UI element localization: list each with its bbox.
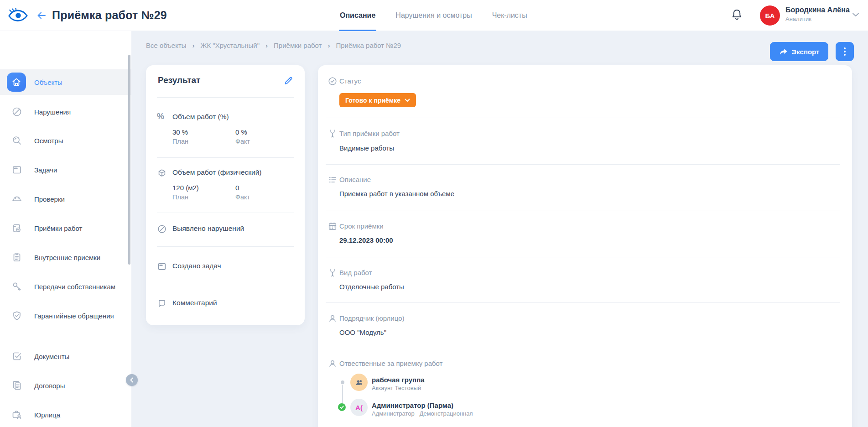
breadcrumb-acceptances[interactable]: Приёмки работ bbox=[274, 42, 322, 49]
user-avatar[interactable]: БА bbox=[760, 5, 780, 26]
sidebar-divider bbox=[0, 336, 131, 336]
divider bbox=[326, 210, 840, 210]
calendar-icon bbox=[327, 221, 338, 231]
sidebar-item-violations[interactable]: Нарушения bbox=[0, 99, 131, 125]
check-circle-icon bbox=[327, 76, 338, 86]
result-card: Результат % Объем работ (%) 30 % План 0 … bbox=[146, 65, 305, 325]
status-label: Статус bbox=[339, 77, 361, 85]
fact-value: 0 bbox=[235, 184, 239, 192]
page-title: Приёмка работ №29 bbox=[52, 9, 167, 22]
sidebar-item-label: Передачи собственникам bbox=[34, 283, 115, 291]
result-section-label: Создано задач bbox=[172, 262, 221, 270]
sidebar-item-internal-acceptances[interactable]: Внутренние приемки bbox=[0, 245, 131, 270]
field-value: 29.12.2023 00:00 bbox=[339, 236, 393, 244]
shield-check-icon bbox=[11, 310, 22, 321]
fact-caption: Факт bbox=[235, 138, 250, 145]
tab-description[interactable]: Описание bbox=[340, 0, 375, 31]
group-avatar[interactable] bbox=[350, 374, 368, 391]
sidebar-item-owner-transfers[interactable]: Передачи собственникам bbox=[0, 274, 131, 299]
tab-checklists[interactable]: Чек-листы bbox=[492, 0, 527, 31]
breadcrumb-separator: › bbox=[192, 42, 195, 49]
bell-icon[interactable] bbox=[731, 8, 743, 22]
divider bbox=[157, 157, 294, 158]
plan-value: 30 % bbox=[172, 128, 188, 136]
pencil-icon[interactable] bbox=[284, 75, 294, 85]
fact-caption: Факт bbox=[235, 193, 250, 201]
sidebar-item-legal-entities[interactable]: Юрлица bbox=[0, 402, 131, 427]
export-label: Экспорт bbox=[792, 48, 820, 56]
divider bbox=[326, 302, 840, 303]
breadcrumb-complex[interactable]: ЖК "Хрустальный" bbox=[201, 42, 260, 49]
divider bbox=[326, 347, 840, 347]
clipboard-check-icon bbox=[11, 223, 22, 234]
list-icon bbox=[327, 175, 338, 185]
plan-value: 120 (м2) bbox=[172, 184, 199, 192]
field-value: Отделочные работы bbox=[339, 283, 404, 291]
avatar-text: А( bbox=[355, 404, 363, 411]
avatar-initials: БА bbox=[765, 12, 774, 20]
sidebar-item-label: Задачи bbox=[34, 166, 57, 174]
chevron-down-icon[interactable] bbox=[852, 12, 860, 18]
ban-icon bbox=[11, 106, 22, 117]
back-button[interactable] bbox=[36, 10, 47, 21]
sidebar-item-tasks[interactable]: Задачи bbox=[0, 157, 131, 182]
sidebar-item-documents[interactable]: Документы bbox=[0, 344, 131, 369]
breadcrumb-all-objects[interactable]: Все объекты bbox=[146, 42, 187, 49]
sidebar-item-inspections[interactable]: Осмотры bbox=[0, 128, 131, 153]
sidebar-item-work-acceptances[interactable]: Приёмки работ bbox=[0, 215, 131, 241]
sidebar-item-contracts[interactable]: Договоры bbox=[0, 373, 131, 398]
divider bbox=[157, 213, 294, 213]
user-block[interactable]: Бородкина Алёна Аналитик bbox=[785, 6, 850, 22]
sidebar-collapse-button[interactable] bbox=[126, 374, 138, 386]
result-section-label: Объем работ (%) bbox=[172, 113, 229, 121]
group-icon bbox=[354, 378, 364, 387]
search-icon bbox=[11, 135, 22, 146]
responsible-caption: Администратор Демонстрационная bbox=[372, 410, 473, 417]
app-root: Приёмка работ №29 Описание Нарушения и о… bbox=[0, 0, 868, 427]
sidebar-item-checks[interactable]: Проверки bbox=[0, 186, 131, 212]
result-card-title: Результат bbox=[158, 75, 200, 85]
sidebar-item-objects[interactable]: Объекты bbox=[0, 69, 131, 95]
divider bbox=[326, 257, 840, 257]
comment-icon bbox=[157, 298, 167, 308]
sidebar-item-warranty-claims[interactable]: Гарантийные обращения bbox=[0, 303, 131, 328]
divider bbox=[326, 164, 840, 165]
kebab-menu-button[interactable] bbox=[836, 42, 854, 61]
fact-value: 0 % bbox=[235, 128, 247, 136]
responsible-label: Отвественные за приемку работ bbox=[339, 359, 443, 367]
documents-icon bbox=[11, 380, 22, 391]
breadcrumb-separator: › bbox=[327, 42, 330, 49]
divider bbox=[157, 284, 294, 284]
breadcrumb: Все объекты › ЖК "Хрустальный" › Приёмки… bbox=[146, 42, 401, 49]
briefcase-person-icon bbox=[11, 409, 22, 420]
divider bbox=[157, 97, 294, 98]
cube-icon bbox=[157, 168, 167, 178]
text-avatar[interactable]: А( bbox=[350, 399, 368, 416]
export-button[interactable]: Экспорт bbox=[770, 42, 828, 61]
responsible-name[interactable]: рабочая группа bbox=[372, 376, 425, 384]
timeline-dot bbox=[341, 380, 344, 384]
window-icon bbox=[157, 261, 167, 271]
detail-card: Статус Готово к приёмке Тип приёмки рабо… bbox=[318, 65, 852, 427]
responsible-caption: Аккаунт Тестовый bbox=[372, 385, 421, 391]
field-label: Описание bbox=[339, 176, 371, 183]
top-header: Приёмка работ №29 Описание Нарушения и о… bbox=[0, 0, 868, 31]
home-icon bbox=[7, 73, 26, 92]
ban-icon bbox=[157, 224, 167, 234]
status-dropdown-button[interactable]: Готово к приёмке bbox=[339, 93, 416, 107]
plan-caption: План bbox=[172, 138, 188, 145]
result-section-label: Выявлено нарушений bbox=[172, 224, 244, 233]
field-label: Срок приёмки bbox=[339, 222, 384, 230]
key-icon bbox=[11, 281, 22, 292]
breadcrumb-current: Приёмка работ №29 bbox=[336, 42, 401, 49]
status-value: Готово к приёмке bbox=[345, 97, 400, 104]
field-value: ООО "Модуль" bbox=[339, 328, 386, 336]
divider bbox=[157, 246, 294, 247]
sidebar-item-label: Осмотры bbox=[34, 137, 63, 145]
timeline-line bbox=[342, 385, 343, 403]
tab-violations-inspections[interactable]: Нарушения и осмотры bbox=[395, 0, 472, 31]
responsible-name[interactable]: Администратор (Парма) bbox=[372, 401, 453, 409]
logo-eye-icon[interactable] bbox=[7, 6, 28, 25]
wrench-icon bbox=[327, 129, 338, 139]
sidebar-scrollbar[interactable] bbox=[128, 55, 130, 265]
